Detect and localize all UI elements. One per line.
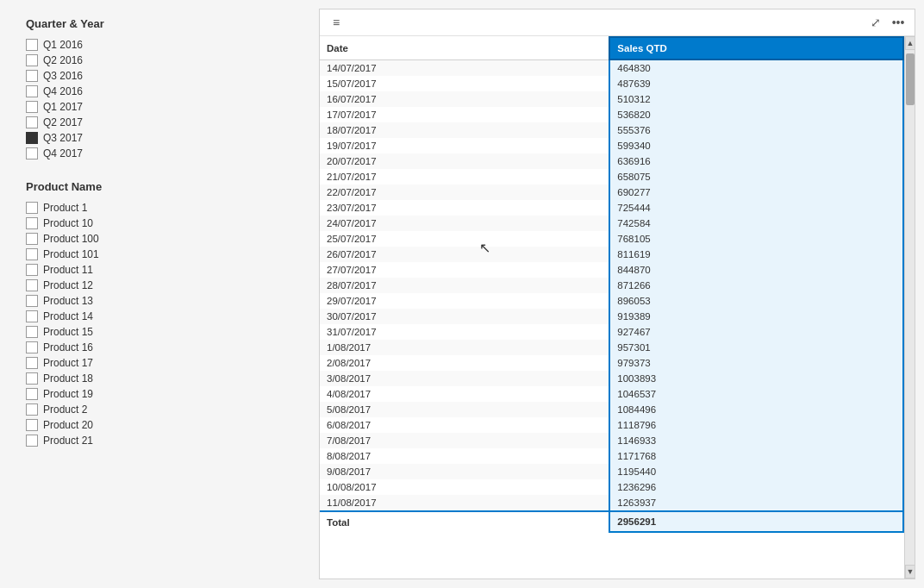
product-item-9[interactable]: Product 16 <box>26 341 302 353</box>
product-checkbox-8[interactable] <box>26 326 38 338</box>
cell-sales: 896053 <box>609 293 903 309</box>
cell-date: 6/08/2017 <box>320 417 609 433</box>
table-row[interactable]: 28/07/2017871266 <box>320 278 903 293</box>
more-icon[interactable]: ••• <box>890 15 906 30</box>
product-checkbox-4[interactable] <box>26 264 38 276</box>
table-row[interactable]: 5/08/20171084496 <box>320 402 903 417</box>
table-row[interactable]: 4/08/20171046537 <box>320 386 903 402</box>
product-item-6[interactable]: Product 13 <box>26 295 302 307</box>
product-checkbox-5[interactable] <box>26 279 38 291</box>
table-row[interactable]: 19/07/2017599340 <box>320 138 903 153</box>
col-header-date[interactable]: Date <box>320 37 609 59</box>
table-row[interactable]: 23/07/2017725444 <box>320 200 903 216</box>
table-row[interactable]: 29/07/2017896053 <box>320 293 903 309</box>
product-checkbox-1[interactable] <box>26 217 38 229</box>
table-row[interactable]: 11/08/20171263937 <box>320 495 903 511</box>
product-checkbox-11[interactable] <box>26 372 38 385</box>
product-item-13[interactable]: Product 2 <box>26 403 302 416</box>
product-checkbox-7[interactable] <box>26 310 38 322</box>
checkbox-4[interactable] <box>26 101 38 113</box>
product-checkbox-14[interactable] <box>26 419 38 431</box>
table-row[interactable]: 9/08/20171195440 <box>320 464 903 479</box>
product-item-0[interactable]: Product 1 <box>26 202 302 214</box>
table-row[interactable]: 15/07/2017487639 <box>320 76 903 91</box>
table-row[interactable]: 22/07/2017690277 <box>320 185 903 200</box>
product-item-3[interactable]: Product 101 <box>26 248 302 260</box>
table-row[interactable]: 8/08/20171171768 <box>320 448 903 464</box>
table-row[interactable]: 2/08/2017979373 <box>320 355 903 371</box>
table-row[interactable]: 18/07/2017555376 <box>320 122 903 138</box>
checkbox-3[interactable] <box>26 85 38 97</box>
table-row[interactable]: 7/08/20171146933 <box>320 433 903 448</box>
cell-date: 5/08/2017 <box>320 402 609 417</box>
table-scroll[interactable]: Date Sales QTD 14/07/201746483015/07/201… <box>320 36 904 579</box>
product-item-1[interactable]: Product 10 <box>26 217 302 229</box>
product-checkbox-0[interactable] <box>26 202 38 214</box>
product-checkbox-9[interactable] <box>26 341 38 353</box>
scroll-up-arrow[interactable]: ▲ <box>905 36 915 50</box>
table-row[interactable]: 1/08/2017957301 <box>320 340 903 355</box>
product-item-10[interactable]: Product 17 <box>26 357 302 369</box>
table-row[interactable]: 31/07/2017927467 <box>320 324 903 340</box>
cell-date: 15/07/2017 <box>320 76 609 91</box>
cell-sales: 979373 <box>609 355 903 371</box>
product-item-4[interactable]: Product 11 <box>26 264 302 276</box>
cell-sales: 1171768 <box>609 448 903 464</box>
product-checkbox-13[interactable] <box>26 403 38 416</box>
table-area: Date Sales QTD 14/07/201746483015/07/201… <box>320 36 904 579</box>
checkbox-2[interactable] <box>26 70 38 82</box>
product-label-10: Product 17 <box>43 357 93 369</box>
table-row[interactable]: 24/07/2017742584 <box>320 216 903 231</box>
product-name-items: Product 1Product 10Product 100Product 10… <box>26 202 302 447</box>
cell-date: 2/08/2017 <box>320 355 609 371</box>
table-row[interactable]: 6/08/20171118796 <box>320 417 903 433</box>
table-row[interactable]: 20/07/2017636916 <box>320 153 903 169</box>
table-row[interactable]: 30/07/2017919389 <box>320 309 903 324</box>
checkbox-7[interactable] <box>26 147 38 160</box>
table-row[interactable]: 10/08/20171236296 <box>320 479 903 495</box>
product-checkbox-3[interactable] <box>26 248 38 260</box>
table-row[interactable]: 25/07/2017768105 <box>320 231 903 247</box>
product-item-12[interactable]: Product 19 <box>26 388 302 400</box>
table-row[interactable]: 27/07/2017844870 <box>320 262 903 278</box>
checkbox-5[interactable] <box>26 116 38 128</box>
table-row[interactable]: 26/07/2017811619 <box>320 247 903 262</box>
checkbox-1[interactable] <box>26 54 38 66</box>
product-item-8[interactable]: Product 15 <box>26 326 302 338</box>
scroll-down-arrow[interactable]: ▼ <box>905 565 915 579</box>
quarter-year-item-5[interactable]: Q2 2017 <box>26 116 302 128</box>
quarter-year-item-0[interactable]: Q1 2016 <box>26 39 302 51</box>
product-item-11[interactable]: Product 18 <box>26 372 302 385</box>
menu-icon[interactable]: ≡ <box>328 15 344 30</box>
quarter-year-item-3[interactable]: Q4 2016 <box>26 85 302 97</box>
product-item-5[interactable]: Product 12 <box>26 279 302 291</box>
table-row[interactable]: 3/08/20171003893 <box>320 371 903 386</box>
product-checkbox-12[interactable] <box>26 388 38 400</box>
cell-date: 16/07/2017 <box>320 91 609 107</box>
checkbox-6[interactable] <box>26 132 38 144</box>
quarter-year-item-2[interactable]: Q3 2016 <box>26 70 302 82</box>
quarter-year-item-6[interactable]: Q3 2017 <box>26 132 302 144</box>
quarter-year-item-1[interactable]: Q2 2016 <box>26 54 302 66</box>
expand-icon[interactable]: ⤢ <box>868 15 883 30</box>
product-item-7[interactable]: Product 14 <box>26 310 302 322</box>
product-checkbox-2[interactable] <box>26 233 38 245</box>
quarter-year-item-4[interactable]: Q1 2017 <box>26 101 302 113</box>
product-checkbox-10[interactable] <box>26 357 38 369</box>
product-checkbox-15[interactable] <box>26 435 38 447</box>
table-row[interactable]: 21/07/2017658075 <box>320 169 903 185</box>
product-item-15[interactable]: Product 21 <box>26 435 302 447</box>
product-item-2[interactable]: Product 100 <box>26 233 302 245</box>
scrollbar[interactable]: ▲ ▼ <box>904 36 915 579</box>
scroll-thumb[interactable] <box>906 53 915 105</box>
label-1: Q2 2016 <box>43 54 83 66</box>
product-checkbox-6[interactable] <box>26 295 38 307</box>
table-row[interactable]: 14/07/2017464830 <box>320 59 903 76</box>
product-item-14[interactable]: Product 20 <box>26 419 302 431</box>
product-label-12: Product 19 <box>43 388 93 400</box>
table-row[interactable]: 16/07/2017510312 <box>320 91 903 107</box>
col-header-sales[interactable]: Sales QTD <box>609 37 903 59</box>
quarter-year-item-7[interactable]: Q4 2017 <box>26 147 302 160</box>
checkbox-0[interactable] <box>26 39 38 51</box>
table-row[interactable]: 17/07/2017536820 <box>320 107 903 122</box>
